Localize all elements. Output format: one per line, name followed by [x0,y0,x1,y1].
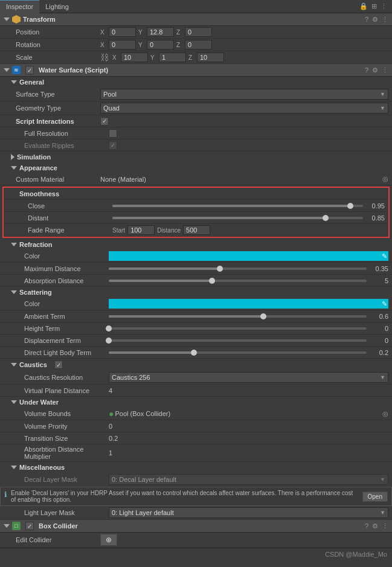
scattering-header[interactable]: Scattering [0,287,392,298]
script-interactions-value [100,117,388,126]
custom-material-value: None (Material) ◎ [100,175,388,183]
appearance-header[interactable]: Appearance [0,162,392,173]
caustics-header[interactable]: Caustics [0,359,392,371]
displacement-term-thumb[interactable] [106,338,112,344]
scattering-color-swatch[interactable]: ✎ [109,299,388,309]
custom-material-row: Custom Material None (Material) ◎ [0,173,392,185]
smoothness-close-thumb[interactable] [347,203,353,209]
decal-layer-label: Decal Layer Mask [24,476,109,483]
light-layer-dropdown[interactable]: 0: Light Layer default ▼ [109,507,388,518]
scale-z-input[interactable] [197,53,224,62]
water-surface-header[interactable]: ≋ Water Surface (Script) ? ⚙ ⋮ [0,64,392,77]
smoothness-distant-slider[interactable]: 0.85 [112,214,385,222]
max-distance-value: 0.35 [109,265,388,272]
water-help-icon: ? [365,66,368,74]
ambient-term-track [109,315,367,318]
refraction-header[interactable]: Refraction [0,239,392,250]
custom-material-ref-icon: ◎ [382,175,388,183]
refraction-color-swatch[interactable]: ✎ [109,251,388,261]
ambient-term-thumb[interactable] [260,313,266,319]
box-collider-header[interactable]: □ Box Collider ? ⚙ ⋮ [0,520,392,533]
decal-info-box: ℹ Enable 'Decal Layers' in your HDRP Ass… [0,487,392,506]
caustics-resolution-row: Caustics Resolution Caustics 256 ▼ [0,371,392,385]
tab-inspector[interactable]: Inspector [0,0,39,13]
smoothness-distant-thumb[interactable] [323,215,329,221]
displacement-term-value: 0 [109,337,388,344]
fade-start-input[interactable] [127,225,155,235]
transform-title: Transform [23,16,56,23]
open-button[interactable]: Open [362,492,388,502]
absorption-mult-label: Absorbtion Distance Multiplier [24,446,109,460]
scattering-color-row: Color ✎ [0,298,392,310]
direct-light-body-slider[interactable]: 0.2 [109,349,388,356]
position-y-input[interactable] [147,27,174,37]
absorption-distance-track [109,280,367,282]
absorption-mult-text: 1 [109,449,112,456]
volume-bounds-label: Volume Bounds [24,410,109,417]
misc-header[interactable]: Miscellaneous [0,462,392,473]
volume-bounds-ref-icon: ◎ [382,410,388,418]
edit-collider-button[interactable]: ⊕ [100,534,117,546]
height-term-thumb[interactable] [106,325,112,332]
scale-label: Scale [16,54,100,61]
smoothness-close-slider[interactable]: 0.95 [112,202,385,210]
transform-header[interactable]: Transform ? ⚙ ⋮ [0,13,392,26]
inspector-tab-label: Inspector [6,3,33,10]
absorption-distance-row: Absorption Distance 5 [0,275,392,287]
caustics-checkbox[interactable] [54,360,63,369]
evaluate-ripples-checkbox[interactable] [109,141,117,150]
script-interactions-checkbox[interactable] [100,117,109,126]
caustics-resolution-dropdown[interactable]: Caustics 256 ▼ [109,372,388,383]
tab-lock-icons: 🔒 ⊞ ⋮ [355,2,392,10]
height-term-track [109,327,367,330]
ambient-term-label: Ambient Term [24,313,109,320]
full-resolution-checkbox[interactable] [109,129,117,138]
rotation-y-label: Y [138,42,144,48]
water-active-checkbox[interactable] [25,66,34,74]
displacement-term-slider[interactable]: 0 [109,337,388,344]
scattering-color-eyedropper: ✎ [382,300,388,308]
geometry-type-dropdown[interactable]: Quad ▼ [100,103,388,114]
water-icon: ≋ [12,66,21,74]
surface-type-dropdown[interactable]: Pool ▼ [100,89,388,100]
position-label: Position [16,28,100,36]
max-distance-label: Maximum Distance [24,265,109,272]
ambient-term-value: 0.6 [109,313,388,320]
scale-x-input[interactable] [121,53,148,62]
ambient-term-slider[interactable]: 0.6 [109,313,388,320]
direct-light-body-row: Direct Light Body Term 0.2 [0,347,392,359]
underwater-header[interactable]: Under Water [0,397,392,408]
height-term-slider[interactable]: 0 [109,325,388,332]
general-header[interactable]: General [0,77,392,88]
box-collider-title: Box Collider [39,522,78,530]
rotation-x-label: X [100,42,106,48]
decal-layer-dropdown[interactable]: 0: Decal Layer default ▼ [109,474,388,485]
fade-range-label: Fade Range [28,226,112,234]
position-z-input[interactable] [185,27,212,37]
rotation-x-input[interactable] [109,40,136,50]
max-distance-slider[interactable]: 0.35 [109,265,388,272]
water-surface-title: Water Surface (Script) [39,66,108,74]
rotation-z-input[interactable] [185,40,212,50]
position-x-input[interactable] [109,27,136,37]
absorption-distance-thumb[interactable] [209,278,215,284]
tab-lighting[interactable]: Lighting [39,0,75,13]
bottom-bar: CSDN @Maddie_Mo [0,548,392,560]
fade-distance-input[interactable] [183,225,210,235]
light-layer-value: 0: Light Layer default ▼ [109,507,388,518]
water-checkbox[interactable] [25,66,34,74]
absorption-distance-slider[interactable]: 5 [109,277,388,284]
position-z-label: Z [176,29,182,36]
scale-y-input[interactable] [159,53,186,62]
box-collider-checkbox[interactable] [25,522,34,530]
direct-light-body-thumb[interactable] [191,350,197,356]
simulation-header[interactable]: Simulation [0,152,392,162]
virtual-plane-text: 4 [109,387,112,394]
rotation-y-input[interactable] [147,40,174,50]
evaluate-ripples-label: Evaluate Ripples [24,142,109,149]
virtual-plane-value: 4 [109,387,388,394]
max-distance-thumb[interactable] [217,266,223,272]
refraction-title: Refraction [19,241,52,248]
height-term-value: 0 [109,325,388,332]
box-collider-checkbox-wrapper[interactable] [25,522,34,530]
